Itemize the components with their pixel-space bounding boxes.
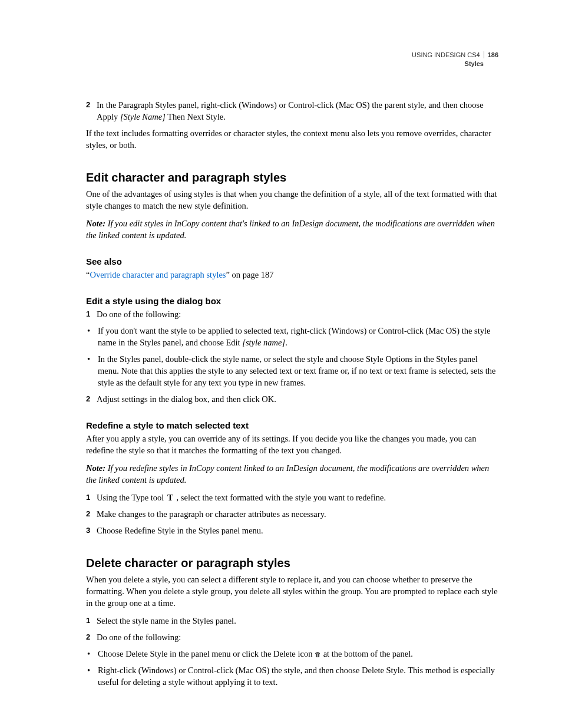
page-header: USING INDESIGN CS4186 Styles — [86, 51, 498, 68]
numbered-step: 2 In the Paragraph Styles panel, right-c… — [86, 99, 498, 123]
numbered-step: 2 Adjust settings in the dialog box, and… — [86, 393, 498, 405]
cross-reference-link[interactable]: Override character and paragraph styles — [90, 270, 226, 279]
subsection-heading: Redefine a style to match selected text — [86, 420, 498, 430]
see-also-link-line: “Override character and paragraph styles… — [86, 269, 498, 281]
note-paragraph: Note: If you redefine styles in InCopy c… — [86, 462, 498, 486]
bullet-marker: • — [86, 664, 98, 688]
section-heading: Delete character or paragraph styles — [86, 556, 498, 570]
header-section: Styles — [86, 60, 498, 68]
body-paragraph: One of the advantages of using styles is… — [86, 188, 498, 212]
note-text: If you edit styles in InCopy content tha… — [86, 219, 495, 240]
bullet-marker: • — [86, 325, 98, 348]
body-paragraph: When you delete a style, you can select … — [86, 574, 498, 609]
numbered-step: 1 Using the Type tool T , select the tex… — [86, 492, 498, 504]
step-body: Do one of the following: — [97, 308, 498, 320]
step-marker: 1 — [86, 492, 97, 504]
bullet-marker: • — [86, 648, 98, 660]
subsection-heading: Edit a style using the dialog box — [86, 296, 498, 306]
numbered-step: 1 Select the style name in the Styles pa… — [86, 615, 498, 627]
step-marker: 3 — [86, 525, 97, 536]
section-heading: Edit character and paragraph styles — [86, 171, 498, 185]
step-body: Do one of the following: — [97, 631, 498, 643]
header-product: USING INDESIGN CS4 — [412, 51, 480, 60]
body-paragraph: If the text includes formatting override… — [86, 127, 498, 151]
document-page: USING INDESIGN CS4186 Styles 2 In the Pa… — [0, 0, 562, 728]
bullet-marker: • — [86, 353, 98, 388]
note-text: If you redefine styles in InCopy content… — [86, 463, 489, 485]
bullet-body: In the Styles panel, double-click the st… — [98, 353, 498, 388]
numbered-step: 1 Do one of the following: — [86, 308, 498, 320]
note-label: Note: — [86, 219, 108, 228]
bullet-body: Right-click (Windows) or Control-click (… — [98, 664, 498, 688]
step-body: Adjust settings in the dialog box, and t… — [97, 393, 498, 405]
step-marker: 2 — [86, 631, 97, 643]
bullet-item: • Right-click (Windows) or Control-click… — [86, 664, 498, 688]
step-body: Using the Type tool T , select the text … — [97, 492, 498, 504]
bullet-item: • In the Styles panel, double-click the … — [86, 353, 498, 388]
step-marker: 1 — [86, 308, 97, 320]
note-paragraph: Note: If you edit styles in InCopy conte… — [86, 218, 498, 241]
numbered-step: 3 Choose Redefine Style in the Styles pa… — [86, 525, 498, 536]
step-body: Make changes to the paragraph or charact… — [97, 508, 498, 520]
page-number: 186 — [484, 51, 498, 58]
step-body: Choose Redefine Style in the Styles pane… — [97, 525, 498, 536]
numbered-step: 2 Make changes to the paragraph or chara… — [86, 508, 498, 520]
bullet-body: If you don't want the style to be applie… — [98, 325, 498, 348]
step-marker: 2 — [86, 99, 97, 123]
delete-trash-icon: 🗑 — [315, 650, 321, 659]
bullet-body: Choose Delete Style in the panel menu or… — [98, 648, 498, 660]
bullet-item: • If you don't want the style to be appl… — [86, 325, 498, 348]
bullet-item: • Choose Delete Style in the panel menu … — [86, 648, 498, 660]
numbered-step: 2 Do one of the following: — [86, 631, 498, 643]
step-body: In the Paragraph Styles panel, right-cli… — [97, 99, 498, 123]
see-also-heading: See also — [86, 256, 498, 266]
note-label: Note: — [86, 463, 108, 473]
step-marker: 1 — [86, 615, 97, 627]
step-marker: 2 — [86, 508, 97, 520]
type-tool-icon: T — [166, 492, 174, 504]
body-paragraph: After you apply a style, you can overrid… — [86, 433, 498, 456]
step-marker: 2 — [86, 393, 97, 405]
step-body: Select the style name in the Styles pane… — [97, 615, 498, 627]
